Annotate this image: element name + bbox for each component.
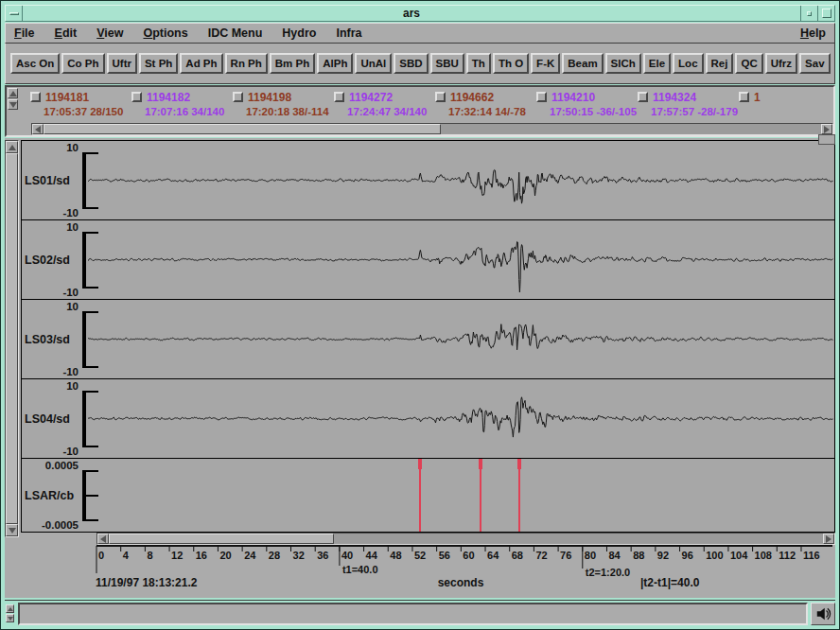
- channel-panel-ls01-sd[interactable]: LS01/sd10-10: [22, 141, 834, 220]
- menu-item-idc-menu[interactable]: IDC Menu: [208, 26, 263, 40]
- toolbar-button-loc[interactable]: Loc: [673, 53, 703, 74]
- scale-tick-top: [82, 470, 98, 472]
- waveform-panels: LS01/sd10-10LS02/sd10-10LS03/sd10-10LS04…: [21, 140, 835, 533]
- menu-item-view[interactable]: View: [96, 26, 123, 40]
- toolbar-button-rn-ph[interactable]: Rn Ph: [225, 53, 268, 74]
- mnemonic-underline: O: [143, 26, 152, 40]
- event-checkbox[interactable]: [536, 92, 547, 102]
- event-checkbox[interactable]: [435, 92, 446, 102]
- toolbar-button-uftr[interactable]: Uftr: [107, 53, 137, 74]
- down-arrow-icon: [8, 617, 13, 621]
- waveform-trace[interactable]: [88, 141, 833, 219]
- phase-pick-marker[interactable]: [518, 459, 520, 532]
- menu-item-help[interactable]: Help: [800, 26, 826, 40]
- waveform-scroll-down-button[interactable]: [6, 524, 18, 536]
- toolbar-button-beam[interactable]: Beam: [562, 53, 603, 74]
- event-scrollbar-thumb[interactable]: [44, 124, 441, 134]
- waveform-trace[interactable]: [88, 379, 833, 458]
- svg-text:56: 56: [439, 550, 450, 561]
- toolbar-button-f-k[interactable]: F-K: [531, 53, 560, 74]
- menu-item-file[interactable]: File: [14, 26, 35, 40]
- toolbar-button-ele[interactable]: Ele: [643, 53, 671, 74]
- svg-text:116: 116: [803, 550, 820, 561]
- channel-panel-lsar-cb[interactable]: LSAR/cb0.0005-0.0005: [22, 459, 834, 532]
- toolbar-button-co-ph[interactable]: Co Ph: [61, 53, 104, 74]
- channel-panel-ls04-sd[interactable]: LS04/sd10-10: [22, 379, 834, 459]
- channel-label: LS02/sd: [25, 254, 70, 267]
- event-item: 119418117:05:37 28/150: [30, 90, 131, 123]
- scale-max-label: 10: [22, 380, 79, 392]
- event-checkbox[interactable]: [739, 92, 749, 102]
- event-id: 1: [754, 91, 761, 104]
- time-scrollbar-thumb[interactable]: [109, 534, 334, 544]
- menu-item-options[interactable]: Options: [143, 26, 187, 40]
- event-scroll-up-button[interactable]: [8, 88, 18, 98]
- time-scrollbar[interactable]: [96, 533, 835, 545]
- message-scroll-down-button[interactable]: [6, 614, 14, 622]
- toolbar-button-sav[interactable]: Sav: [799, 53, 830, 74]
- svg-text:44: 44: [366, 550, 378, 561]
- event-checkbox[interactable]: [131, 92, 142, 102]
- svg-text:112: 112: [779, 550, 796, 561]
- waveform-trace[interactable]: [88, 300, 833, 378]
- axis-unit-label: seconds: [390, 576, 532, 589]
- right-arrow-icon: [824, 126, 830, 133]
- message-scroll-up-button[interactable]: [6, 604, 14, 613]
- menu-item-hydro[interactable]: Hydro: [282, 26, 316, 40]
- event-scrollbar-trough[interactable]: [441, 124, 821, 134]
- event-checkbox[interactable]: [334, 92, 344, 102]
- message-field[interactable]: [18, 603, 808, 625]
- toolbar-button-st-ph[interactable]: St Ph: [139, 53, 178, 74]
- scale-max-label: 10: [22, 142, 79, 153]
- menu-item-edit[interactable]: Edit: [55, 26, 78, 40]
- waveform-scrollbar-thumb[interactable]: [6, 153, 18, 524]
- event-item: 119466217:32:14 14/-78: [435, 90, 536, 123]
- event-scroll-down-button[interactable]: [8, 99, 18, 110]
- phase-pick-marker[interactable]: [419, 459, 421, 532]
- menu-item-infra[interactable]: Infra: [336, 26, 361, 40]
- event-time-location: 17:50:15 -36/-105: [550, 106, 638, 117]
- event-checkbox[interactable]: [233, 92, 243, 102]
- menu-bar: FileEditViewOptionsIDC MenuHydroInfra He…: [5, 23, 835, 44]
- time-scroll-left-button[interactable]: [97, 534, 109, 544]
- event-time-location: 17:57:57 -28/-179: [651, 106, 739, 117]
- phase-pick-head: [418, 459, 422, 469]
- window-menu-button[interactable]: [6, 6, 23, 21]
- audio-button[interactable]: [811, 603, 835, 625]
- event-horizontal-scrollbar[interactable]: [31, 123, 833, 135]
- event-checkbox[interactable]: [638, 92, 648, 102]
- toolbar-button-bm-ph[interactable]: Bm Ph: [270, 53, 315, 74]
- scale-max-label: 10: [22, 221, 79, 233]
- channel-panel-ls02-sd[interactable]: LS02/sd10-10: [22, 220, 834, 300]
- toolbar-button-th-o[interactable]: Th O: [493, 53, 529, 74]
- toolbar-button-slch[interactable]: SlCh: [605, 53, 641, 74]
- toolbar-button-asc-on[interactable]: Asc On: [10, 53, 60, 74]
- toolbar-button-ufrz[interactable]: Ufrz: [765, 53, 797, 74]
- time-scrollbar-trough[interactable]: [334, 534, 823, 544]
- svg-text:40: 40: [341, 550, 353, 561]
- toolbar-button-qc[interactable]: QC: [735, 53, 762, 74]
- window-minimize-button[interactable]: [800, 6, 817, 21]
- svg-text:4: 4: [123, 550, 130, 561]
- toolbar-button-sbu[interactable]: SBU: [430, 53, 464, 74]
- toolbar-button-ad-ph[interactable]: Ad Ph: [180, 53, 222, 74]
- corner-widget[interactable]: [818, 134, 835, 145]
- phase-pick-marker[interactable]: [480, 459, 481, 532]
- waveform-trace[interactable]: [88, 220, 833, 299]
- svg-text:108: 108: [755, 550, 772, 561]
- event-checkbox[interactable]: [30, 92, 41, 102]
- toolbar-button-th[interactable]: Th: [466, 53, 491, 74]
- time-scroll-right-button[interactable]: [823, 534, 834, 544]
- toolbar-button-rej[interactable]: Rej: [706, 53, 734, 74]
- toolbar-button-sbd[interactable]: SBD: [394, 53, 428, 74]
- channel-panel-ls03-sd[interactable]: LS03/sd10-10: [22, 300, 834, 379]
- toolbar-button-unal[interactable]: UnAl: [355, 53, 392, 74]
- event-bar: 119418117:05:37 28/150119418217:07:16 34…: [5, 85, 835, 137]
- event-scroll-right-button[interactable]: [821, 124, 832, 134]
- window-maximize-button[interactable]: [817, 6, 834, 21]
- waveform-scroll-up-button[interactable]: [6, 141, 18, 153]
- event-scroll-left-button[interactable]: [32, 124, 44, 134]
- toolbar-button-alph[interactable]: AlPh: [317, 53, 353, 74]
- waveform-vertical-scrollbar[interactable]: [5, 140, 19, 537]
- speaker-icon: [814, 606, 831, 621]
